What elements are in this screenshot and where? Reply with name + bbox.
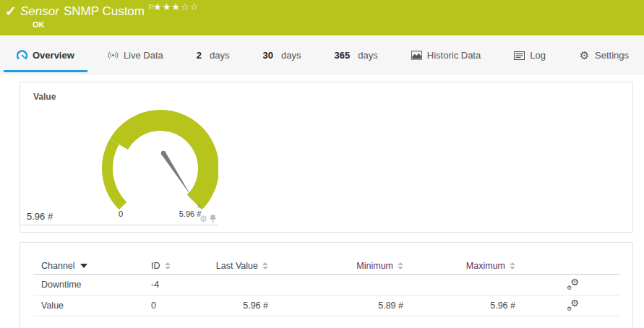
status-ok-check-icon: ✓ <box>5 3 17 20</box>
channel-last-value: 5.96 # <box>212 301 268 311</box>
channel-minimum: 5.89 # <box>268 301 403 311</box>
tab-label: Settings <box>595 50 629 61</box>
gear-small-icon: ⚙ <box>567 285 572 291</box>
gauge-needle <box>161 152 192 197</box>
column-label: Maximum <box>466 261 505 271</box>
area-chart-icon <box>411 50 422 61</box>
tab-label: Live Data <box>124 50 163 61</box>
channel-name: Value <box>33 301 151 311</box>
tab-label: Log <box>530 50 546 61</box>
tab-label: Historic Data <box>427 50 481 61</box>
column-header-maximum[interactable]: Maximum <box>403 261 515 271</box>
page-title: SensorSNMP Custom⚐ <box>20 3 155 19</box>
tab-number: 2 <box>197 50 202 61</box>
column-header-last-value[interactable]: Last Value <box>212 261 268 271</box>
sensor-name: SNMP Custom <box>64 4 145 18</box>
column-label: Last Value <box>216 261 258 271</box>
tab-label: Overview <box>33 50 74 61</box>
tab-2-days[interactable]: 2 days <box>184 35 243 75</box>
overview-gauge-panel: Value x̄ 0 5.96 # 5.96 # ⚙ <box>20 82 633 233</box>
table-row-value: Value 0 5.96 # 5.89 # 5.96 # ⚙ ⚙ <box>33 295 619 316</box>
pin-icon[interactable] <box>210 215 216 223</box>
tab-bar: Overview Live Data 2 days 30 days 365 da… <box>0 35 644 75</box>
tab-365-days[interactable]: 365 days <box>322 35 391 75</box>
column-label: Channel <box>41 261 75 271</box>
gauge-icon <box>17 50 27 61</box>
tab-historic-data[interactable]: Historic Data <box>398 35 494 75</box>
tab-overview[interactable]: Overview <box>4 35 87 75</box>
column-header-minimum[interactable]: Minimum <box>268 261 403 271</box>
gauge-current-value: 5.96 # <box>27 211 53 222</box>
sort-icon <box>262 262 268 269</box>
sensor-type-label: Sensor <box>20 4 59 18</box>
sort-desc-icon <box>80 264 87 268</box>
channel-settings-icon[interactable]: ⚙ ⚙ <box>567 279 579 290</box>
log-list-icon <box>514 50 525 61</box>
gauge-tile-actions: ⚙ <box>199 215 216 223</box>
channel-table-header: Channel ID Last Value Minimum Maximum <box>33 257 619 275</box>
tab-30-days[interactable]: 30 days <box>250 35 314 75</box>
stars-filled: ★★★ <box>153 1 181 12</box>
status-badge: OK <box>33 20 45 29</box>
sensor-status-header: ✓ SensorSNMP Custom⚐ ★★★☆☆ OK <box>0 0 644 35</box>
channel-id: -4 <box>151 280 212 290</box>
column-header-channel[interactable]: Channel <box>33 261 151 271</box>
mean-marker-label: x̄ <box>197 202 201 210</box>
tab-settings[interactable]: ⚙ Settings <box>566 35 642 75</box>
gauge-scale-max: 5.96 # <box>179 210 202 218</box>
value-channel-gauge-tile: Value x̄ 0 5.96 # 5.96 # ⚙ <box>20 82 218 225</box>
gauge-thin-arc <box>102 139 126 210</box>
tab-number: 365 <box>335 50 351 61</box>
table-row-downtime: Downtime -4 ⚙ ⚙ <box>33 275 619 295</box>
column-label: Minimum <box>356 261 393 271</box>
tab-log[interactable]: Log <box>501 35 559 75</box>
gauge-scale-min: 0 <box>119 210 123 218</box>
priority-stars[interactable]: ★★★☆☆ <box>153 1 199 12</box>
column-label: ID <box>151 261 160 271</box>
tab-label: days <box>358 50 377 61</box>
channel-name: Downtime <box>33 280 151 290</box>
tab-label: days <box>281 50 301 61</box>
channel-maximum: 5.96 # <box>403 301 515 311</box>
tab-number: 30 <box>263 50 273 61</box>
tab-label: days <box>210 50 229 61</box>
gear-small-icon: ⚙ <box>567 306 572 312</box>
channel-table-panel: Channel ID Last Value Minimum Maximum <box>20 242 633 328</box>
stars-empty: ☆☆ <box>181 1 199 12</box>
value-gauge: x̄ 0 5.96 # <box>20 86 218 225</box>
sort-icon <box>510 262 515 269</box>
tab-live-data[interactable]: Live Data <box>95 35 176 75</box>
gear-icon[interactable]: ⚙ <box>199 215 207 223</box>
channel-table: Channel ID Last Value Minimum Maximum <box>33 257 619 316</box>
column-header-id[interactable]: ID <box>151 261 212 271</box>
broadcast-icon <box>108 50 119 61</box>
sort-icon <box>398 262 403 269</box>
channel-id: 0 <box>151 301 212 311</box>
channel-settings-icon[interactable]: ⚙ ⚙ <box>567 300 579 311</box>
sort-icon <box>165 262 171 269</box>
gauge-thick-arc <box>110 110 218 210</box>
gear-icon: ⚙ <box>579 50 590 61</box>
